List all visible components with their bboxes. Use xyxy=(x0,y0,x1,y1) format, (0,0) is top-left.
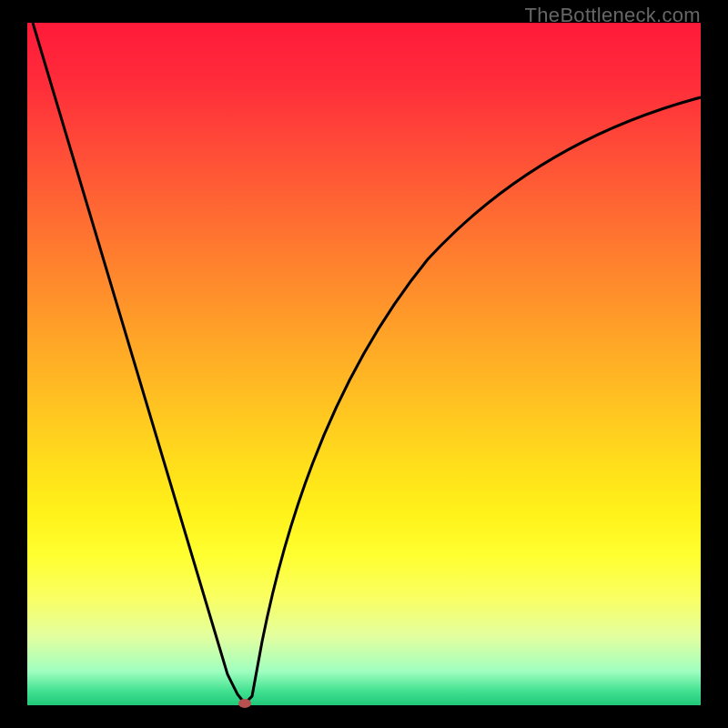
minimum-marker xyxy=(238,699,251,708)
curve-left-branch xyxy=(33,23,245,703)
curve-right-branch xyxy=(245,97,701,703)
watermark-text: TheBottleneck.com xyxy=(525,4,701,27)
chart-frame: TheBottleneck.com xyxy=(0,0,728,728)
plot-area xyxy=(27,23,701,705)
bottleneck-curve xyxy=(27,23,701,705)
